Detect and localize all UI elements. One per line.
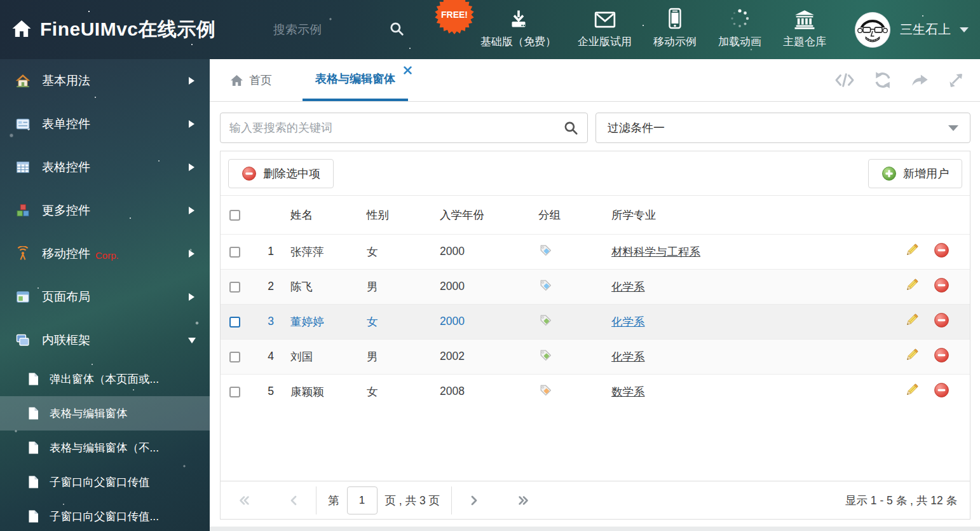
cell-group [533, 339, 606, 374]
phone-icon [668, 8, 682, 29]
row-number: 5 [250, 374, 285, 409]
chevron-right-icon [189, 293, 194, 301]
delete-icon[interactable] [934, 242, 949, 258]
keyword-search-input[interactable] [229, 121, 563, 135]
sidebar-subitem-label: 子窗口向父窗口传值 [50, 474, 150, 490]
sidebar-subitem[interactable]: 表格与编辑窗体 [0, 396, 210, 431]
cell-enroll-year: 2000 [435, 234, 533, 269]
delete-selected-button[interactable]: 删除选中项 [228, 159, 334, 188]
sidebar-subitem[interactable]: 表格与编辑窗体（不... [0, 431, 210, 465]
edit-icon[interactable] [904, 242, 920, 258]
file-icon [27, 475, 39, 489]
sidebar-subitem[interactable]: 子窗口向父窗口传值... [0, 499, 210, 531]
search-icon[interactable] [563, 120, 578, 135]
close-icon[interactable] [404, 66, 412, 74]
delete-icon[interactable] [934, 347, 949, 363]
sidebar-item[interactable]: 移动控件Corp. [0, 232, 210, 275]
sidebar-item[interactable]: 基本用法 [0, 59, 210, 102]
source-code-icon[interactable] [834, 72, 855, 88]
row-checkbox[interactable] [229, 387, 240, 397]
edit-icon[interactable] [904, 382, 920, 398]
column-header: 分组 [533, 196, 606, 234]
sidebar-item[interactable]: 内联框架 [0, 319, 210, 362]
page-label-prefix: 第 [328, 493, 339, 508]
row-number: 2 [250, 269, 285, 304]
filter-row: 过滤条件一 [220, 113, 970, 143]
tab-grid-edit-window[interactable]: 表格与编辑窗体 [303, 59, 408, 101]
row-checkbox[interactable] [229, 282, 240, 293]
grid-icon [15, 160, 31, 175]
grid-empty-area [221, 409, 970, 481]
actions-cell [899, 234, 970, 269]
main-content: 首页 表格与编辑窗体 [210, 59, 980, 531]
open-new-window-icon[interactable] [910, 71, 929, 90]
spinner-icon [729, 8, 751, 29]
prev-page-button[interactable] [283, 494, 304, 507]
major-link[interactable]: 材料科学与工程系 [611, 245, 700, 258]
user-menu[interactable]: 三生石上 [854, 0, 969, 59]
row-checkbox[interactable] [229, 247, 240, 258]
delete-icon[interactable] [934, 382, 949, 398]
chevron-right-icon [189, 250, 194, 258]
cell-name: 董婷婷 [285, 304, 362, 339]
house-icon [15, 73, 31, 88]
next-page-button[interactable] [463, 494, 485, 507]
filter-dropdown[interactable]: 过滤条件一 [595, 113, 970, 143]
actions-cell [899, 269, 970, 304]
checkbox-cell [221, 269, 250, 304]
cell-major: 化学系 [606, 304, 899, 339]
first-page-button[interactable] [233, 494, 255, 507]
sidebar-item[interactable]: 更多控件 [0, 189, 210, 232]
sidebar-subitem-label: 表格与编辑窗体（不... [50, 440, 159, 455]
sidebar-item[interactable]: 表格控件 [0, 146, 210, 189]
page-label-suffix: 页 , 共 3 页 [385, 493, 440, 508]
sidebar-item-label: 页面布局 [42, 289, 90, 305]
cell-group [533, 374, 606, 409]
sidebar-subitem[interactable]: 子窗口向父窗口传值 [0, 465, 210, 499]
sidebar-item[interactable]: 页面布局 [0, 275, 210, 319]
topnav-item[interactable]: 企业版试用 [578, 8, 632, 49]
cell-gender: 男 [362, 339, 435, 374]
tag-icon [538, 278, 553, 293]
form-icon [15, 116, 31, 132]
actions-header [899, 196, 970, 234]
topnav-item[interactable]: 基础版（免费） [480, 8, 556, 49]
delete-icon[interactable] [934, 277, 949, 293]
edit-icon[interactable] [904, 312, 920, 328]
fullscreen-icon[interactable] [947, 71, 965, 89]
major-link[interactable]: 数学系 [611, 385, 645, 398]
bottom-strip [210, 527, 980, 531]
select-all-checkbox[interactable] [229, 210, 240, 221]
search-icon[interactable] [389, 21, 404, 39]
cell-group [533, 304, 606, 339]
add-user-button[interactable]: 新增用户 [868, 159, 962, 188]
row-checkbox[interactable] [229, 352, 240, 362]
brand[interactable]: FineUIMvc在线示例 [11, 0, 216, 59]
sidebar-item[interactable]: 表单控件 [0, 102, 210, 146]
download-icon [508, 8, 529, 29]
edit-icon[interactable] [904, 277, 920, 293]
last-page-button[interactable] [513, 494, 534, 507]
major-link[interactable]: 化学系 [611, 315, 645, 328]
row-checkbox[interactable] [229, 317, 240, 328]
page-number-input[interactable] [347, 486, 378, 514]
major-link[interactable]: 化学系 [611, 350, 645, 363]
sidebar-subitem[interactable]: 弹出窗体（本页面或... [0, 362, 210, 396]
refresh-icon[interactable] [873, 71, 892, 90]
top-search-input[interactable] [273, 23, 375, 37]
topnav-item[interactable]: 主题仓库 [783, 8, 826, 49]
tab-home[interactable]: 首页 [230, 59, 272, 101]
delete-icon[interactable] [934, 312, 949, 328]
topnav-item-label: 加载动画 [718, 34, 761, 49]
chevron-right-icon [189, 163, 194, 171]
topnav-item[interactable]: 移动示例 [653, 8, 697, 49]
tab-label: 首页 [249, 72, 272, 88]
topnav-item[interactable]: 加载动画 [718, 8, 761, 49]
home-icon [230, 74, 243, 86]
sidebar-item-label: 移动控件 [42, 245, 90, 262]
avatar[interactable] [854, 11, 891, 48]
edit-icon[interactable] [904, 347, 920, 363]
major-link[interactable]: 化学系 [611, 280, 645, 293]
top-header: FineUIMvc在线示例 FREE! 基础版（免费）企业版试用移动示例加载动画… [0, 0, 980, 59]
cell-gender: 女 [362, 374, 435, 409]
